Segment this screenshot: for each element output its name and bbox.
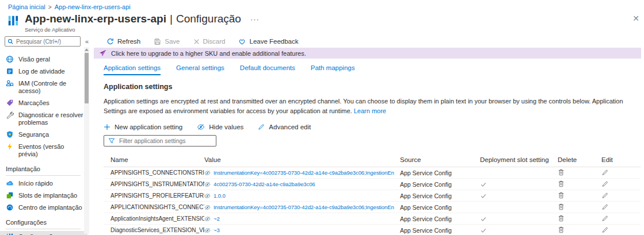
column-header-slot: Deployment slot setting xyxy=(477,156,554,163)
tab-application-settings[interactable]: Application settings xyxy=(104,64,161,75)
sidebar-item-label: Diagnosticar e resolver problemas xyxy=(18,111,85,126)
filter-icon xyxy=(108,137,115,144)
filter-input[interactable] xyxy=(119,137,212,144)
page-title-section: Configuração xyxy=(176,13,241,25)
delete-icon[interactable] xyxy=(558,226,565,233)
slot-setting-cell xyxy=(477,215,554,222)
value-text: InstrumentationKey=4c002735-0730-42d2-a1… xyxy=(214,204,394,210)
hide-values-button[interactable]: Hide values xyxy=(197,124,243,130)
save-icon xyxy=(154,38,161,45)
deployment-slots-icon xyxy=(6,191,14,199)
setting-value[interactable]: ~3 xyxy=(204,227,394,233)
access-control-icon xyxy=(6,79,14,87)
sidebar-scrollbar[interactable] xyxy=(84,47,89,234)
more-menu-button[interactable]: ··· xyxy=(250,15,260,24)
delete-icon[interactable] xyxy=(558,191,565,199)
diagnose-icon xyxy=(6,111,14,119)
check-icon xyxy=(480,192,554,199)
setting-value[interactable]: 1.0.0 xyxy=(204,192,394,199)
sidebar-item-slots-implantacao[interactable]: Slots de implantação xyxy=(0,190,87,202)
sidebar-item-label: Marcações xyxy=(18,99,49,107)
sidebar-search[interactable] xyxy=(5,36,81,47)
setting-source: App Service Config xyxy=(394,169,477,176)
tab-general-settings[interactable]: General settings xyxy=(176,64,224,75)
delete-icon[interactable] xyxy=(558,180,565,187)
value-eye-icon xyxy=(204,170,211,176)
sidebar-collapse-button[interactable]: « xyxy=(85,38,89,45)
edit-icon[interactable] xyxy=(601,215,608,222)
slot-setting-cell xyxy=(477,181,554,188)
delete-icon[interactable] xyxy=(558,203,565,210)
edit-icon[interactable] xyxy=(601,192,608,199)
sidebar-item-label: Início rápido xyxy=(18,180,53,187)
refresh-button[interactable]: Refresh xyxy=(106,38,140,45)
delete-icon[interactable] xyxy=(558,168,565,176)
quickstart-icon xyxy=(6,179,14,187)
filter-application-settings[interactable] xyxy=(104,135,216,147)
table-row: ApplicationInsightsAgent_EXTENSION_VERSI… xyxy=(104,213,641,225)
title-separator: | xyxy=(170,13,173,25)
tab-default-documents[interactable]: Default documents xyxy=(240,64,295,75)
breadcrumb-current[interactable]: App-new-linx-erp-users-api xyxy=(55,3,131,10)
pencil-icon xyxy=(258,124,265,130)
breadcrumb: Página inicial > App-new-linx-erp-users-… xyxy=(8,3,131,10)
page-subtitle: Serviço de Aplicativo xyxy=(25,26,260,33)
sidebar-item-centro-implantacao[interactable]: Centro de implantação xyxy=(0,202,87,214)
tags-icon xyxy=(6,99,14,107)
setting-name: APPLICATIONINSIGHTS_CONNECTION_STRIN xyxy=(104,204,204,210)
setting-name: DiagnosticServices_EXTENSION_VERSION xyxy=(104,227,204,233)
delete-icon[interactable] xyxy=(558,214,565,222)
setting-value[interactable]: 4c002735-0730-42d2-a14e-c9a2ba9e3c06 xyxy=(204,181,394,187)
scrollbar-thumb[interactable] xyxy=(85,53,89,103)
hide-values-label: Hide values xyxy=(209,124,243,130)
learn-more-link[interactable]: Learn more xyxy=(354,107,386,114)
tab-path-mappings[interactable]: Path mappings xyxy=(311,64,355,75)
edit-icon[interactable] xyxy=(601,180,608,187)
leave-feedback-button[interactable]: Leave Feedback xyxy=(238,38,298,45)
save-button[interactable]: Save xyxy=(154,38,180,45)
command-bar: Refresh Save Discard Leave Feedback xyxy=(106,36,299,47)
new-application-setting-button[interactable]: New application setting xyxy=(104,124,182,130)
search-icon xyxy=(7,38,14,45)
events-icon xyxy=(6,142,14,151)
refresh-label: Refresh xyxy=(117,38,140,45)
scrollbar-up-icon[interactable] xyxy=(85,48,89,51)
plus-icon xyxy=(104,124,110,130)
leave-feedback-label: Leave Feedback xyxy=(249,38,298,45)
close-icon[interactable]: ✕ xyxy=(632,14,639,22)
sidebar-item-iam[interactable]: IAM (Controle de acesso) xyxy=(0,78,87,97)
divider xyxy=(6,229,81,229)
sidebar-item-seguranca[interactable]: Segurança xyxy=(0,129,87,141)
column-header-edit: Edit xyxy=(595,156,635,163)
check-icon xyxy=(480,215,554,222)
setting-value[interactable]: ~2 xyxy=(204,215,394,222)
discard-icon xyxy=(193,38,200,45)
azure-portal-page: Página inicial > App-new-linx-erp-users-… xyxy=(0,0,644,235)
sidebar-item-marcacoes[interactable]: Marcações xyxy=(0,97,87,109)
discard-button[interactable]: Discard xyxy=(193,38,226,45)
edit-icon[interactable] xyxy=(601,169,608,176)
edit-icon[interactable] xyxy=(601,203,608,210)
tab-bar: Application settings General settings De… xyxy=(104,64,644,75)
column-header-source: Source xyxy=(394,156,477,163)
search-input[interactable] xyxy=(16,38,78,45)
setting-value[interactable]: InstrumentationKey=4c002735-0730-42d2-a1… xyxy=(204,169,394,176)
refresh-icon xyxy=(106,38,114,45)
edit-icon[interactable] xyxy=(601,226,608,233)
advanced-edit-label: Advanced edit xyxy=(269,124,311,130)
value-text: ~3 xyxy=(214,227,220,233)
sidebar-item-configuracao[interactable]: Configuração xyxy=(0,231,87,235)
breadcrumb-home[interactable]: Página inicial xyxy=(8,3,45,10)
advanced-edit-button[interactable]: Advanced edit xyxy=(258,124,311,130)
sidebar-item-log-atividade[interactable]: Log de atividade xyxy=(0,66,87,78)
setting-source: App Service Config xyxy=(394,227,477,234)
sidebar-item-eventos[interactable]: Eventos (versão prévia) xyxy=(0,141,87,160)
sidebar-item-visao-geral[interactable]: Visão geral xyxy=(0,53,87,66)
sidebar-nav: Visão geral Log de atividade IAM (Contro… xyxy=(0,53,87,235)
sidebar-item-inicio-rapido[interactable]: Início rápido xyxy=(0,178,87,190)
sidebar-item-diagnosticar[interactable]: Diagnosticar e resolver problemas xyxy=(0,109,87,129)
upgrade-banner[interactable]: Click here to upgrade to a higher SKU an… xyxy=(94,48,641,59)
sidebar-item-label: Centro de implantação xyxy=(18,204,82,211)
section-heading: Application settings xyxy=(104,83,644,91)
setting-value[interactable]: InstrumentationKey=4c002735-0730-42d2-a1… xyxy=(204,204,394,210)
